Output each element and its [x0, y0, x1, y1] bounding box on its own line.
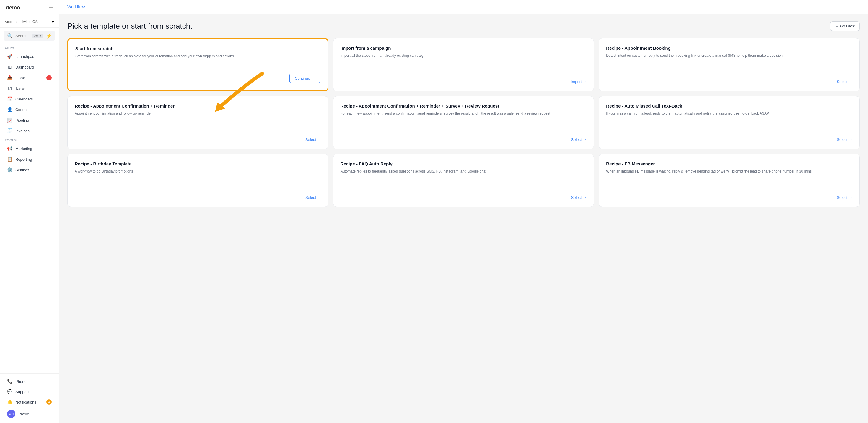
card-action: Select → [75, 195, 321, 200]
select-label: Select → [837, 138, 852, 142]
sidebar-item-label: Invoices [16, 129, 30, 133]
sidebar-item-label: Support [16, 390, 29, 394]
card-title: Recipe - FB Messenger [606, 161, 852, 166]
sidebar: demo ☰ Account -- Irvine, CA ▾ 🔍 Search … [0, 0, 59, 423]
card-desc: Automate replies to frequently asked que… [341, 169, 587, 190]
select-link[interactable]: Select → [305, 195, 321, 200]
card-action: Select → [606, 195, 852, 200]
select-link[interactable]: Select → [305, 138, 321, 142]
sidebar-item-label: Calendars [16, 97, 33, 101]
sidebar-item-tasks[interactable]: ☑ Tasks [2, 83, 56, 93]
inbox-icon: 📥 [7, 75, 12, 80]
sidebar-item-invoices[interactable]: 🧾 Invoices [2, 126, 56, 136]
tab-workflows-label: Workflows [67, 4, 86, 9]
search-icon: 🔍 [7, 33, 13, 39]
sidebar-item-label: Phone [16, 379, 27, 384]
card-action: Select → [341, 138, 587, 142]
template-card-appointment-survey[interactable]: Recipe - Appointment Confirmation + Remi… [333, 96, 594, 149]
sidebar-item-pipeline[interactable]: 📈 Pipeline [2, 115, 56, 125]
card-action: Select → [341, 195, 587, 200]
card-desc: A workflow to do Birthday promotions [75, 169, 321, 190]
card-action: Import → [341, 80, 587, 84]
card-title: Recipe - Birthday Template [75, 161, 321, 166]
tab-workflows[interactable]: Workflows [66, 0, 87, 14]
template-card-faq-auto-reply[interactable]: Recipe - FAQ Auto Reply Automate replies… [333, 154, 594, 207]
search-bar[interactable]: 🔍 Search ctrl K ⚡ [4, 31, 55, 41]
sidebar-item-label: Inbox [16, 75, 25, 80]
card-desc: When an inbound FB message is waiting, r… [606, 169, 852, 190]
select-label: Select → [571, 195, 587, 200]
sidebar-bottom: 📞 Phone 💬 Support 🔔 Notifications 4 GH P… [0, 373, 59, 423]
select-link[interactable]: Select → [571, 195, 587, 200]
sidebar-item-launchpad[interactable]: 🚀 Launchpad [2, 51, 56, 61]
template-card-fb-messenger[interactable]: Recipe - FB Messenger When an inbound FB… [599, 154, 860, 207]
select-label: Select → [837, 195, 852, 200]
template-card-auto-missed-call[interactable]: Recipe - Auto Missed Call Text-Back If y… [599, 96, 860, 149]
card-title: Start from scratch [75, 46, 320, 51]
continue-label: Continue → [295, 76, 315, 81]
sidebar-item-settings[interactable]: ⚙️ Settings [2, 165, 56, 175]
calendars-icon: 📅 [7, 96, 12, 101]
card-action: Continue → [75, 73, 320, 83]
template-card-appointment-booking[interactable]: Recipe - Appointment Booking Detect inte… [599, 38, 860, 91]
card-desc: Import all the steps from an already exi… [341, 53, 587, 75]
card-action: Select → [606, 138, 852, 142]
sidebar-item-dashboard[interactable]: ⊞ Dashboard [2, 62, 56, 72]
tools-section-label: Tools [0, 136, 59, 143]
card-desc: Start from scratch with a fresh, clean s… [75, 54, 320, 69]
template-card-birthday[interactable]: Recipe - Birthday Template A workflow to… [67, 154, 329, 207]
template-grid: Start from scratch Start from scratch wi… [67, 38, 860, 207]
card-title: Recipe - Appointment Confirmation + Remi… [75, 103, 321, 109]
import-link[interactable]: Import → [571, 80, 587, 84]
sidebar-item-label: Tasks [16, 86, 25, 91]
select-label: Select → [837, 80, 852, 84]
card-title: Import from a campaign [341, 46, 587, 51]
notifications-icon: 🔔 [7, 399, 12, 405]
select-link[interactable]: Select → [571, 138, 587, 142]
account-selector[interactable]: Account -- Irvine, CA ▾ [0, 16, 59, 28]
card-desc: If you miss a call from a lead, reply to… [606, 111, 852, 133]
sidebar-item-profile[interactable]: GH Profile [2, 407, 56, 420]
card-title: Recipe - Appointment Booking [606, 46, 852, 51]
card-desc: For each new appointment, send a confirm… [341, 111, 587, 133]
sidebar-item-label: Settings [16, 168, 29, 172]
search-label: Search [16, 34, 30, 38]
sidebar-item-phone[interactable]: 📞 Phone [2, 376, 56, 386]
card-action: Select → [606, 80, 852, 84]
sidebar-item-label: Contacts [16, 108, 30, 112]
sidebar-item-support[interactable]: 💬 Support [2, 387, 56, 397]
main-area: Workflows Pick a template or start from … [59, 0, 868, 423]
sidebar-item-reporting[interactable]: 📋 Reporting [2, 154, 56, 164]
inbox-badge: 1 [46, 75, 52, 80]
contacts-icon: 👤 [7, 107, 12, 112]
template-card-start-from-scratch[interactable]: Start from scratch Start from scratch wi… [67, 38, 329, 91]
card-title: Recipe - Appointment Confirmation + Remi… [341, 103, 587, 109]
sidebar-item-label: Marketing [16, 147, 32, 151]
template-card-import-campaign[interactable]: Import from a campaign Import all the st… [333, 38, 594, 91]
card-title: Recipe - Auto Missed Call Text-Back [606, 103, 852, 109]
template-card-appointment-confirmation[interactable]: Recipe - Appointment Confirmation + Remi… [67, 96, 329, 149]
apps-section-label: Apps [0, 44, 59, 51]
avatar: GH [7, 410, 16, 418]
sidebar-item-marketing[interactable]: 📢 Marketing [2, 144, 56, 154]
sidebar-item-label: Notifications [16, 400, 36, 404]
continue-button[interactable]: Continue → [289, 73, 320, 83]
card-desc: Appointment confirmation and follow up r… [75, 111, 321, 133]
back-button[interactable]: ← Go Back [830, 21, 860, 31]
lightning-icon: ⚡ [46, 33, 52, 39]
sidebar-item-inbox[interactable]: 📥 Inbox 1 [2, 73, 56, 83]
select-link[interactable]: Select → [837, 80, 852, 84]
app-logo: demo [6, 5, 20, 11]
sidebar-item-notifications[interactable]: 🔔 Notifications 4 [2, 397, 56, 407]
settings-icon: ⚙️ [7, 167, 12, 173]
sidebar-item-contacts[interactable]: 👤 Contacts [2, 104, 56, 115]
select-link[interactable]: Select → [837, 138, 852, 142]
reporting-icon: 📋 [7, 156, 12, 162]
card-action: Select → [75, 138, 321, 142]
select-link[interactable]: Select → [837, 195, 852, 200]
sidebar-item-label: Launchpad [16, 54, 34, 59]
menu-icon[interactable]: ☰ [49, 5, 53, 11]
sidebar-item-calendars[interactable]: 📅 Calendars [2, 94, 56, 104]
chevron-down-icon: ▾ [52, 19, 54, 25]
invoices-icon: 🧾 [7, 128, 12, 133]
